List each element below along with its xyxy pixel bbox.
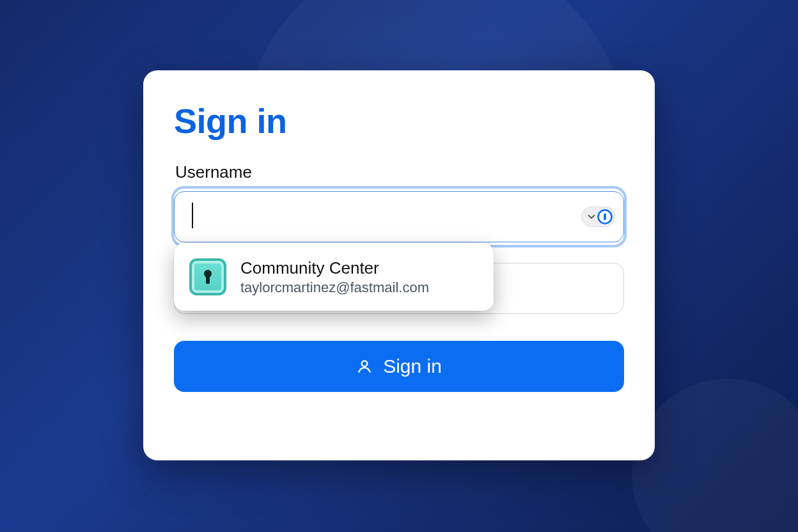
username-field-wrap: [174, 189, 624, 245]
onepassword-icon: [597, 209, 613, 224]
lock-icon: [189, 258, 226, 295]
password-manager-badge[interactable]: [581, 207, 615, 227]
svg-rect-1: [604, 214, 606, 221]
chevron-down-icon: [586, 211, 597, 223]
suggestion-text: Community Center taylorcmartinez@fastmai…: [240, 258, 429, 296]
signin-button-label: Sign in: [383, 356, 442, 377]
password-manager-suggestion[interactable]: Community Center taylorcmartinez@fastmai…: [174, 243, 494, 311]
suggestion-username: taylorcmartinez@fastmail.com: [240, 279, 429, 296]
signin-button[interactable]: Sign in: [174, 341, 624, 392]
username-input[interactable]: [174, 191, 624, 242]
text-cursor: [192, 203, 193, 228]
page-title: Sign in: [174, 101, 624, 141]
username-label: Username: [175, 162, 624, 182]
suggestion-title: Community Center: [240, 258, 429, 278]
user-icon: [356, 358, 373, 375]
svg-point-2: [362, 361, 368, 366]
